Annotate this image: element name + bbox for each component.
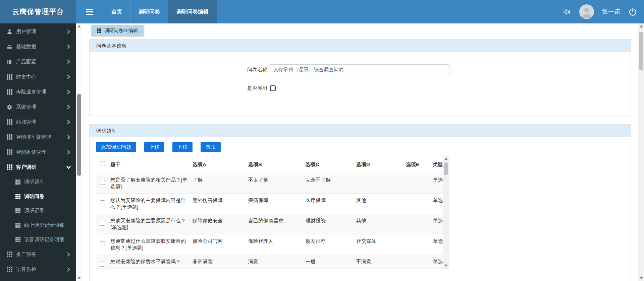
chevron-right-icon: [66, 60, 71, 64]
scroll-down-arrow[interactable]: [638, 275, 644, 281]
scrollbar-thumb[interactable]: [639, 32, 643, 70]
option-d: 其他: [354, 193, 404, 214]
sidebar-scrollbar[interactable]: [76, 23, 82, 281]
questionnaire-name-row: 问卷名称: [90, 64, 631, 75]
sidebar-item[interactable]: 系统管理: [0, 99, 76, 115]
sidebar-subitem[interactable]: 调研题库: [0, 175, 76, 189]
sidebar-item-label: 系统管理: [16, 104, 36, 110]
pin-top-button[interactable]: 置顶: [201, 142, 221, 152]
table-row: 您是否了解安康险的相关产品？[单选题]了解不太了解完全不了解单选: [96, 173, 443, 193]
sidebar-subitem[interactable]: 线上调研记录明细: [0, 218, 76, 232]
sidebar-item[interactable]: 寿险业务管理: [0, 84, 76, 99]
chevron-right-icon: [66, 120, 71, 124]
scroll-down-arrow[interactable]: [76, 275, 82, 281]
sidebar-item-label: 财富中心: [16, 74, 36, 80]
power-icon[interactable]: [628, 7, 637, 16]
question-type: 单选: [432, 193, 443, 214]
avatar[interactable]: [579, 4, 594, 19]
sidebar-item-label: 产品配置: [16, 59, 36, 65]
option-a: 意外伤害保障: [191, 193, 246, 214]
option-e: [404, 255, 432, 269]
chevron-right-icon: [66, 252, 71, 257]
add-question-button[interactable]: 添加调研问题: [96, 142, 136, 152]
grid-icon: [7, 267, 12, 272]
option-a: 非常满意: [191, 255, 246, 269]
column-header: 选项A: [191, 156, 246, 173]
column-header: 类型: [432, 156, 443, 173]
option-e: [404, 173, 432, 193]
sidebar-item-label: 语音质检: [16, 266, 36, 273]
option-e: [404, 214, 432, 234]
sidebar-subitem[interactable]: 语音调研记录明细: [0, 232, 76, 247]
grid-icon: [7, 164, 12, 170]
app-logo: 云鹰保管理平台: [0, 0, 76, 23]
row-checkbox[interactable]: [100, 262, 105, 267]
move-up-button[interactable]: 上移: [144, 142, 164, 152]
question-bank-panel: 调研题库 添加调研问题上移下移置顶 题干选项A选项B选项C选项D选项E类型 您是…: [89, 124, 631, 281]
scroll-up-arrow[interactable]: [638, 23, 644, 29]
column-header: 题干: [108, 156, 191, 173]
grid-icon: [7, 119, 12, 125]
chevron-right-icon: [66, 75, 71, 79]
sidebar-item[interactable]: 商城管理: [0, 115, 76, 130]
nav-tab[interactable]: 首页: [103, 0, 130, 23]
select-all-checkbox[interactable]: [100, 161, 105, 166]
user-name[interactable]: 张一诺: [601, 7, 621, 16]
sidebar-subitem[interactable]: 调研记录: [0, 204, 76, 218]
panel-title: 问卷基本信息: [90, 40, 631, 52]
user-icon: [7, 29, 12, 34]
scroll-up-arrow[interactable]: [76, 23, 82, 29]
option-c: 医疗保障: [304, 193, 354, 214]
disable-checkbox[interactable]: [270, 85, 276, 91]
question-stem: 您对安康险的保费水平满意吗？: [108, 255, 191, 269]
nav-tab[interactable]: 调研问卷: [130, 0, 168, 23]
table-header-row: 题干选项A选项B选项C选项D选项E类型: [96, 156, 443, 173]
chevron-right-icon: [66, 90, 71, 94]
scrollbar-thumb[interactable]: [444, 162, 448, 175]
option-b: 保险代理人: [246, 234, 304, 255]
sidebar-toggle-button[interactable]: [76, 0, 103, 23]
question-type: 单选: [432, 173, 443, 193]
main-content: 调研问卷>>编辑 问卷基本信息 问卷名称 是否停用 调研题库 添加调研问题上移下…: [82, 23, 638, 281]
topbar-actions: 张一诺: [562, 0, 644, 23]
nav-tab[interactable]: 调研问卷编辑: [168, 0, 217, 23]
sidebar-item[interactable]: 基础数据: [0, 39, 76, 54]
sidebar-item[interactable]: 智能推修管理: [0, 145, 76, 160]
volume-icon[interactable]: [562, 7, 572, 16]
option-a: 保险公司官网: [191, 234, 246, 255]
scrollbar-thumb[interactable]: [77, 94, 81, 176]
move-down-button[interactable]: 下移: [172, 142, 193, 152]
scroll-down-arrow[interactable]: [443, 263, 449, 269]
row-checkbox[interactable]: [100, 180, 105, 185]
table-scrollbar[interactable]: [443, 156, 449, 269]
sidebar-item-label: 用户管理: [16, 28, 36, 35]
question-type: 单选: [432, 234, 443, 255]
question-stem: 您购买安康险的主要原因是什么？[单选题]: [108, 214, 191, 234]
row-checkbox[interactable]: [100, 221, 105, 226]
row-checkbox[interactable]: [100, 241, 105, 246]
option-b: 自己的健康需求: [246, 214, 304, 234]
sidebar-item[interactable]: 智能挪车提醒牌: [0, 130, 76, 145]
sidebar-item[interactable]: 用户管理: [0, 24, 76, 39]
sidebar-item[interactable]: 财富中心: [0, 69, 76, 84]
sidebar-item[interactable]: 语音质检: [0, 262, 76, 277]
sidebar-item[interactable]: 客户调研: [0, 160, 76, 175]
option-b: 满意: [246, 255, 304, 269]
nav-tabs: 首页调研问卷调研问卷编辑: [103, 0, 217, 23]
table-row: 您对安康险的保费水平满意吗？非常满意满意一般不满意单选: [96, 255, 443, 269]
questionnaire-name-input[interactable]: [270, 64, 449, 75]
grid-icon: [15, 237, 20, 242]
sidebar-item[interactable]: 产品配置: [0, 54, 76, 69]
topbar: 云鹰保管理平台 首页调研问卷调研问卷编辑 张一诺: [0, 0, 644, 23]
sidebar: 用户管理基础数据产品配置财富中心寿险业务管理系统管理商城管理智能挪车提醒牌智能推…: [0, 23, 76, 281]
question-stem: 您认为安康险的主要保障内容是什么？[单选题]: [108, 193, 191, 214]
row-checkbox[interactable]: [100, 200, 105, 205]
question-stem: 您通常通过什么渠道获取安康险的信息？[单选题]: [108, 234, 191, 255]
option-d: [354, 173, 404, 193]
option-b: 疾病保障: [246, 193, 304, 214]
breadcrumb[interactable]: 调研问卷>>编辑: [91, 25, 144, 36]
page-scrollbar[interactable]: [638, 23, 644, 281]
sidebar-subitem[interactable]: 调研问卷: [0, 189, 76, 204]
scroll-up-arrow[interactable]: [443, 156, 449, 162]
sidebar-item[interactable]: 推广服务: [0, 247, 76, 262]
